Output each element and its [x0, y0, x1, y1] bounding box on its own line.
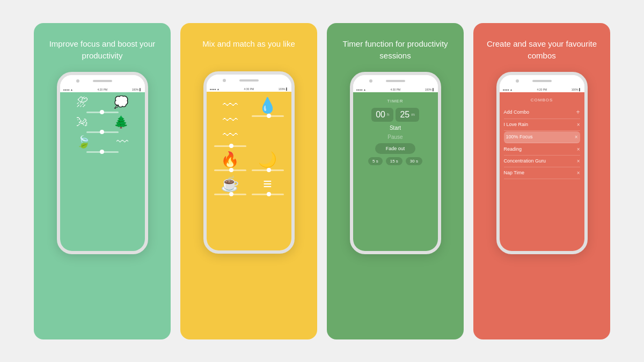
phone-signal-1: ●●●● ▲	[63, 88, 73, 91]
sound-row-2: 🌬 🌲	[65, 116, 140, 128]
phone-status-3: ●●●● ▲ 4:30 PM 100% ▌	[353, 87, 438, 92]
phone-top-bar-4	[500, 75, 584, 87]
water-waves-cell: 〰〰〰	[214, 98, 246, 147]
phone-signal-4: ●●●● ▲	[503, 88, 513, 91]
phone-camera-2	[223, 79, 226, 82]
combos-heading: COMBOS	[504, 98, 580, 102]
phone-speaker-4	[532, 80, 552, 82]
waves-icon: 〰	[116, 136, 128, 148]
rain-slider[interactable]	[86, 112, 119, 113]
phone-time-3: 4:30 PM	[391, 88, 401, 91]
screen-timer: TIMER 00 h 25 m Start Pause Fade out	[353, 92, 438, 251]
coffee-cell: ☕	[214, 176, 246, 195]
phone-top-bar-2	[207, 75, 291, 86]
phone-mockup-1: ●●●● ▲ 4:20 PM 100% ▌ ⛈ 💭 🌬 🌲	[57, 72, 148, 254]
phone-time-2: 4:30 PM	[244, 87, 254, 91]
timer-heading: TIMER	[387, 99, 404, 104]
phone-battery-3: 100% ▌	[425, 88, 435, 91]
water-waves-icon: 〰〰〰	[223, 98, 238, 143]
card-focus-title: Improve focus and boost your productivit…	[43, 38, 161, 62]
water-drop-cell: 💧	[252, 98, 284, 147]
time-5s[interactable]: 5 s	[368, 157, 383, 165]
card-mix: Mix and match as you like ●●●● ▲ 4:30 PM…	[180, 23, 317, 339]
fire-icon: 🔥	[221, 152, 239, 167]
time-15s[interactable]: 15 s	[386, 157, 402, 165]
combo-rain[interactable]: I Love Rain ×	[504, 119, 580, 131]
phone-signal-2: ●●●● ▲	[210, 87, 219, 91]
phone-top-bar-1	[60, 75, 145, 87]
time-30s[interactable]: 30 s	[406, 157, 422, 165]
combo-focus-label: 100% Focus	[506, 134, 533, 139]
bars-slider[interactable]	[252, 194, 284, 195]
phone-screen-3: TIMER 00 h 25 m Start Pause Fade out	[353, 92, 438, 251]
phone-top-bar-3	[353, 75, 438, 87]
phone-speaker-2	[239, 79, 259, 82]
combo-nap-label: Nap Time	[504, 170, 525, 175]
coffee-icon: ☕	[221, 176, 239, 191]
slider-row-1	[65, 112, 140, 113]
fade-out-button[interactable]: Fade out	[375, 143, 416, 154]
sound-row-3: 🍃 〰	[65, 136, 140, 148]
phone-camera-1	[76, 79, 79, 83]
combo-nap[interactable]: Nap Time ×	[504, 167, 580, 179]
phone-screen-2: 〰〰〰 💧 🔥 🌙	[207, 92, 291, 250]
leaf-slider[interactable]	[86, 151, 119, 153]
combo-concentration[interactable]: Concentration Guru ×	[504, 156, 580, 167]
combo-add-icon: +	[576, 108, 580, 116]
phone-battery-4: 100% ▌	[572, 88, 581, 91]
combo-focus[interactable]: 100% Focus ×	[504, 131, 580, 143]
icon-grid: 〰〰〰 💧 🔥 🌙	[212, 96, 286, 197]
phone-screen-1: ⛈ 💭 🌬 🌲 🍃 〰	[60, 92, 145, 251]
fire-cell: 🔥	[214, 152, 246, 171]
bars-cell: ≡	[252, 176, 284, 195]
screen-green: ⛈ 💭 🌬 🌲 🍃 〰	[60, 92, 145, 251]
fire-slider[interactable]	[214, 169, 246, 171]
phone-time-4: 4:20 PM	[537, 88, 547, 91]
card-timer-title: Timer function for productivity sessions	[336, 38, 454, 62]
card-combos: Create and save your favourite combos ●●…	[473, 23, 610, 339]
coffee-slider[interactable]	[214, 194, 246, 195]
forest-icon: 🌲	[114, 116, 128, 128]
timer-minutes: 25	[400, 110, 409, 120]
combo-concentration-delete-icon: ×	[577, 158, 580, 164]
wind-icon: 🌬	[76, 116, 88, 128]
phone-status-2: ●●●● ▲ 4:30 PM 133% ▌	[207, 86, 291, 92]
card-focus: Improve focus and boost your productivit…	[34, 23, 171, 339]
slider-row-2	[65, 131, 140, 133]
moon-slider[interactable]	[252, 169, 284, 171]
phone-screen-4: COMBOS Add Combo + I Love Rain × 100% Fo…	[500, 92, 584, 251]
phone-camera-3	[369, 79, 372, 83]
wind-slider[interactable]	[86, 131, 119, 133]
combo-reading[interactable]: Reading ×	[504, 144, 580, 156]
start-button[interactable]: Start	[390, 125, 401, 131]
phone-time-1: 4:20 PM	[98, 88, 108, 91]
pause-button[interactable]: Pause	[387, 134, 402, 140]
waves-slider[interactable]	[214, 145, 246, 147]
slider-row-3	[65, 151, 140, 153]
timer-minutes-box[interactable]: 25 m	[396, 108, 419, 122]
leaf-icon: 🍃	[76, 136, 91, 148]
moon-icon: 🌙	[258, 152, 277, 167]
moon-cell: 🌙	[252, 152, 284, 171]
combo-reading-label: Reading	[504, 146, 522, 152]
phone-status-4: ●●●● ▲ 4:20 PM 100% ▌	[500, 87, 584, 92]
phone-speaker-1	[93, 80, 112, 82]
sound-row-1: ⛈ 💭	[65, 97, 140, 108]
timer-times: 5 s 15 s 30 s	[368, 157, 422, 165]
screen-combos: COMBOS Add Combo + I Love Rain × 100% Fo…	[500, 92, 584, 251]
combo-rain-label: I Love Rain	[504, 122, 529, 127]
thunder-icon: 💭	[114, 97, 128, 108]
card-combos-title: Create and save your favourite combos	[483, 38, 601, 62]
combo-add-label: Add Combo	[504, 109, 530, 115]
screen-yellow: 〰〰〰 💧 🔥 🌙	[207, 92, 291, 250]
phone-battery-1: 100% ▌	[132, 88, 142, 91]
combo-add[interactable]: Add Combo +	[504, 106, 580, 119]
drop-slider[interactable]	[252, 115, 284, 117]
equalizer-icon: ≡	[263, 176, 272, 191]
water-drop-icon: 💧	[258, 98, 277, 113]
timer-hours: 00	[376, 110, 385, 120]
timer-display: 00 h 25 m	[371, 108, 419, 122]
card-timer: Timer function for productivity sessions…	[327, 23, 464, 339]
timer-hours-box[interactable]: 00 h	[371, 108, 393, 122]
phone-mockup-4: ●●●● ▲ 4:20 PM 100% ▌ COMBOS Add Combo +…	[496, 72, 588, 254]
